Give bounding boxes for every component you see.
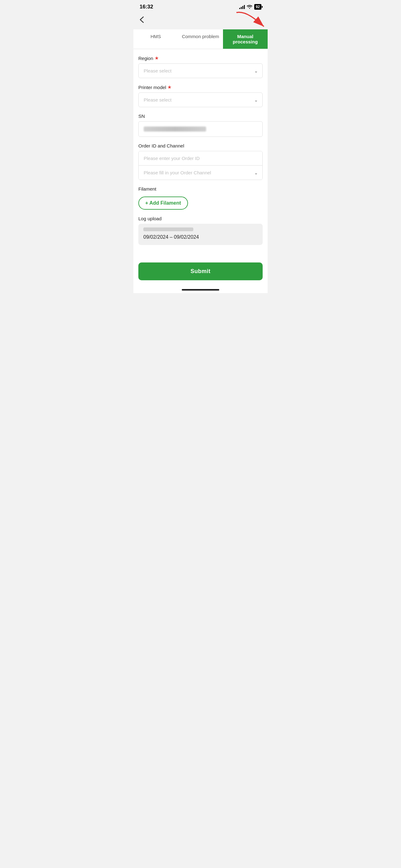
annotation-arrow	[227, 9, 268, 31]
home-indicator	[133, 285, 268, 293]
sn-input-wrapper[interactable]	[138, 121, 263, 137]
main-content: Region ★ ⌄ Please select Printer model ★…	[133, 49, 268, 257]
nav-bar	[133, 12, 268, 29]
status-bar: 16:32 92	[133, 0, 268, 12]
sn-group: SN	[138, 114, 263, 137]
printer-model-label: Printer model ★	[138, 84, 263, 90]
tab-common-problem[interactable]: Common problem	[178, 29, 223, 49]
wifi-icon	[247, 4, 252, 10]
printer-model-select-wrapper[interactable]: ⌄ Please select	[138, 92, 263, 107]
status-time: 16:32	[140, 4, 153, 10]
submit-button[interactable]: Submit	[138, 262, 263, 280]
home-indicator-bar	[182, 289, 219, 290]
order-channel-select[interactable]	[139, 165, 262, 180]
order-group: Order ID and Channel ⌄ Please fill in yo…	[138, 143, 263, 180]
log-upload-box: 09/02/2024 – 09/02/2024	[138, 224, 263, 245]
sn-blur-content	[144, 127, 206, 131]
filament-label: Filament	[138, 186, 263, 191]
signal-icon	[239, 5, 245, 9]
tab-hms[interactable]: HMS	[133, 29, 178, 49]
region-select[interactable]	[139, 64, 262, 78]
log-upload-date: 09/02/2024 – 09/02/2024	[143, 234, 258, 240]
tab-bar: HMS Common problem Manual processing	[133, 29, 268, 49]
order-label: Order ID and Channel	[138, 143, 263, 148]
status-icons: 92	[239, 4, 261, 10]
log-upload-label: Log upload	[138, 216, 263, 221]
region-required: ★	[155, 55, 159, 61]
region-group: Region ★ ⌄ Please select	[138, 55, 263, 78]
add-filament-button[interactable]: + Add Filament	[138, 196, 188, 210]
battery-icon: 92	[254, 4, 261, 10]
back-button[interactable]	[138, 15, 145, 26]
tab-manual-processing[interactable]: Manual processing	[223, 29, 268, 49]
log-upload-progress-bar	[143, 227, 193, 231]
order-channel-wrapper[interactable]: ⌄ Please fill in your Order Channel	[139, 165, 262, 180]
submit-section: Submit	[133, 257, 268, 285]
region-select-wrapper[interactable]: ⌄ Please select	[138, 63, 263, 78]
printer-model-group: Printer model ★ ⌄ Please select	[138, 84, 263, 107]
order-fields-container: ⌄ Please fill in your Order Channel	[138, 151, 263, 180]
order-id-input[interactable]	[139, 151, 262, 165]
log-upload-group: Log upload 09/02/2024 – 09/02/2024	[138, 216, 263, 245]
printer-model-required: ★	[167, 84, 171, 90]
filament-group: Filament + Add Filament	[138, 186, 263, 210]
region-label: Region ★	[138, 55, 263, 61]
sn-label: SN	[138, 114, 263, 119]
printer-model-select[interactable]	[139, 93, 262, 107]
